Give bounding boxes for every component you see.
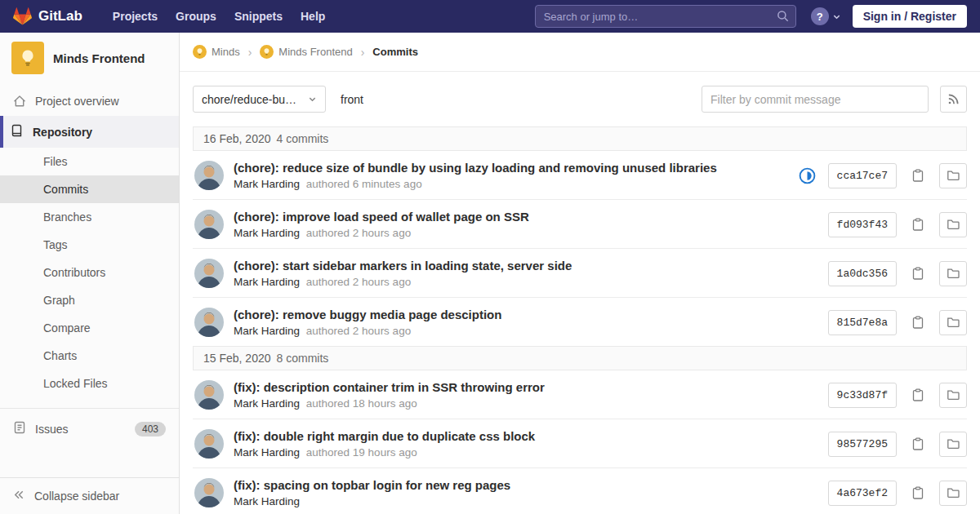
navbar-link-help[interactable]: Help [292, 0, 334, 33]
commit-count: 8 commits [277, 352, 329, 365]
collapse-sidebar-label: Collapse sidebar [34, 490, 119, 503]
browse-files-button[interactable] [939, 163, 967, 188]
sidebar-item-locked-files[interactable]: Locked Files [0, 370, 179, 397]
commit-row: (chore): remove buggy media page descipt… [193, 298, 967, 347]
rss-icon [947, 93, 960, 105]
author-avatar[interactable] [194, 308, 224, 337]
sign-in-register-button[interactable]: Sign in / Register [853, 5, 967, 28]
project-home-link[interactable]: Minds Frontend [0, 33, 179, 83]
collapse-sidebar-button[interactable]: Collapse sidebar [0, 477, 179, 514]
commit-author-link[interactable]: Mark Harding [234, 178, 300, 190]
commit-authored-time: authored 6 minutes ago [306, 178, 422, 190]
folder-icon [947, 316, 960, 329]
commit-title-link[interactable]: (chore): remove buggy media page descipt… [234, 308, 815, 321]
author-avatar[interactable] [194, 259, 224, 288]
commit-authored-time: authored 2 hours ago [306, 276, 411, 288]
sidebar-item-tags[interactable]: Tags [0, 231, 179, 259]
commit-row: (fix): double right margin due to duplic… [193, 419, 967, 468]
commit-sha-link[interactable]: 1a0dc356 [828, 261, 897, 286]
breadcrumb-item-minds-frontend[interactable]: Minds Frontend [278, 46, 352, 58]
clipboard-icon [911, 267, 924, 280]
user-photo-icon [194, 380, 224, 410]
clipboard-icon [911, 388, 924, 401]
commit-title-link[interactable]: (fix): description container trim in SSR… [234, 380, 815, 394]
navbar-link-groups[interactable]: Groups [167, 0, 225, 33]
sidebar-item-branches[interactable]: Branches [0, 203, 179, 231]
commits-feed-button[interactable] [940, 86, 967, 113]
commit-title-link[interactable]: (chore): start sidebar markers in loadin… [234, 259, 815, 273]
commit-title-link[interactable]: (chore): improve load speed of wallet pa… [234, 210, 815, 224]
commit-sha-link[interactable]: 98577295 [828, 432, 897, 457]
commit-row: (chore): reduce size of bundle by using … [193, 151, 967, 200]
browse-files-button[interactable] [939, 383, 967, 408]
lightbulb-icon [262, 47, 271, 56]
author-avatar[interactable] [194, 161, 224, 190]
browse-files-button[interactable] [939, 212, 967, 237]
browse-files-button[interactable] [939, 481, 967, 506]
folder-icon [947, 388, 960, 401]
breadcrumb-item-commits: Commits [372, 46, 418, 58]
commit-day-group: 15 Feb, 20208 commits (fix): description… [193, 346, 967, 514]
breadcrumb-item-minds[interactable]: Minds [212, 46, 240, 58]
sidebar-item-label: Project overview [35, 95, 119, 108]
sidebar-item-files[interactable]: Files [0, 148, 179, 175]
author-avatar[interactable] [194, 380, 224, 410]
copy-sha-button[interactable] [909, 435, 927, 453]
commit-author-link[interactable]: Mark Harding [234, 325, 300, 337]
commit-row: (chore): start sidebar markers in loadin… [193, 249, 967, 298]
browse-files-button[interactable] [939, 310, 967, 335]
commit-authored-time: authored 18 hours ago [306, 397, 417, 410]
sidebar-item-repository[interactable]: Repository [0, 116, 179, 148]
commit-author-link[interactable]: Mark Harding [234, 495, 300, 507]
browse-files-button[interactable] [939, 261, 967, 286]
folder-icon [947, 437, 960, 450]
commit-sha-link[interactable]: fd093f43 [828, 212, 897, 237]
copy-sha-button[interactable] [909, 484, 927, 502]
copy-sha-button[interactable] [909, 386, 927, 404]
sidebar-item-issues[interactable]: Issues 403 [0, 413, 179, 445]
lightbulb-icon [18, 48, 38, 68]
commit-author-link[interactable]: Mark Harding [234, 276, 300, 288]
commit-sha-link[interactable]: 4a673ef2 [828, 481, 897, 506]
navbar-link-snippets[interactable]: Snippets [225, 0, 292, 33]
author-avatar[interactable] [194, 429, 224, 459]
commit-authored-time: authored 19 hours ago [306, 446, 417, 459]
browse-files-button[interactable] [939, 432, 967, 457]
chevron-down-icon [308, 95, 317, 104]
commit-title-link[interactable]: (chore): reduce size of bundle by using … [234, 161, 786, 175]
commit-sha-link[interactable]: 815d7e8a [828, 310, 897, 335]
gitlab-home-link[interactable]: GitLab [13, 7, 82, 26]
commit-author-link[interactable]: Mark Harding [234, 397, 300, 410]
sidebar-item-graph[interactable]: Graph [0, 286, 179, 314]
project-avatar [11, 42, 44, 74]
sidebar-item-charts[interactable]: Charts [0, 342, 179, 370]
commit-row: (fix): description container trim in SSR… [193, 370, 967, 419]
commit-title-link[interactable]: (fix): spacing on topbar login for new r… [234, 478, 815, 492]
filter-commits-input[interactable] [702, 86, 929, 113]
commit-sha-link[interactable]: cca17ce7 [828, 163, 897, 188]
commit-sha-link[interactable]: 9c33d87f [828, 383, 897, 408]
user-photo-icon [194, 429, 224, 459]
help-dropdown[interactable]: ? [811, 7, 841, 25]
search-icon [777, 10, 789, 22]
copy-sha-button[interactable] [909, 264, 927, 282]
sidebar-item-commits[interactable]: Commits [0, 175, 179, 203]
commit-author-link[interactable]: Mark Harding [234, 446, 300, 459]
sidebar-item-contributors[interactable]: Contributors [0, 259, 179, 286]
pipeline-status-icon[interactable] [799, 167, 816, 184]
author-avatar[interactable] [194, 210, 224, 239]
commit-title-link[interactable]: (fix): double right margin due to duplic… [234, 429, 815, 443]
project-sidebar: Minds Frontend Project overview Reposito… [0, 33, 180, 514]
sidebar-item-project-overview[interactable]: Project overview [0, 86, 179, 116]
commit-author-link[interactable]: Mark Harding [234, 227, 300, 239]
copy-sha-button[interactable] [909, 313, 927, 331]
search-input[interactable] [535, 5, 796, 28]
sidebar-item-compare[interactable]: Compare [0, 314, 179, 342]
repo-path-link[interactable]: front [341, 93, 363, 106]
navbar-link-projects[interactable]: Projects [104, 0, 167, 33]
commit-date: 16 Feb, 2020 [203, 132, 271, 145]
copy-sha-button[interactable] [909, 166, 927, 184]
author-avatar[interactable] [194, 478, 224, 507]
copy-sha-button[interactable] [909, 215, 927, 233]
branch-selector-dropdown[interactable]: chore/reduce-bu… [193, 86, 326, 113]
